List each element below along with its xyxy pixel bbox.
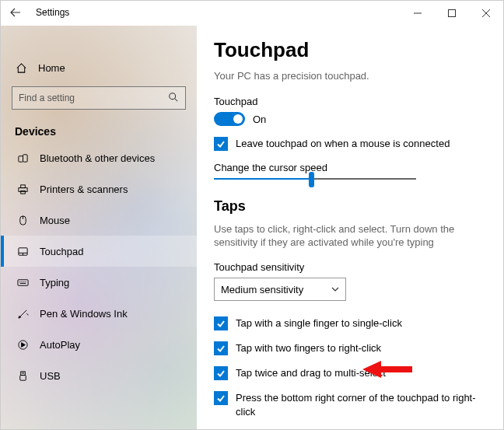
precision-subtext: Your PC has a precision touchpad. (214, 70, 486, 82)
printer-icon (16, 184, 29, 195)
sidebar-item-autoplay[interactable]: AutoPlay (1, 329, 197, 360)
search-input[interactable]: Find a setting (12, 86, 186, 110)
sidebar-item-label: Bluetooth & other devices (40, 152, 155, 164)
search-placeholder: Find a setting (19, 93, 75, 103)
sidebar-item-touchpad[interactable]: Touchpad (1, 236, 197, 267)
window-title: Settings (36, 7, 69, 18)
tap-checkbox-label: Tap with a single finger to single-click (236, 316, 402, 330)
cursor-speed-slider[interactable] (214, 178, 416, 180)
sensitivity-select[interactable]: Medium sensitivity (214, 278, 346, 301)
sidebar: Home Find a setting Devices Bluetooth & … (1, 26, 197, 429)
leave-touchpad-on-label: Leave touchpad on when a mouse is connec… (236, 137, 450, 151)
sidebar-item-typing[interactable]: Typing (1, 267, 197, 298)
tap-checkbox-label: Tap with two fingers to right-click (236, 341, 381, 355)
touchpad-toggle[interactable] (214, 112, 245, 126)
svg-rect-5 (20, 184, 25, 187)
mouse-icon (16, 215, 29, 226)
maximize-button[interactable] (435, 1, 469, 26)
close-button[interactable] (469, 1, 503, 26)
pen-icon (16, 308, 29, 320)
chevron-down-icon (331, 284, 339, 295)
search-icon (168, 92, 179, 105)
back-button[interactable] (0, 0, 31, 25)
sidebar-item-label: Printers & scanners (40, 184, 128, 195)
tap-checkbox-0[interactable] (214, 316, 228, 330)
svg-rect-11 (20, 371, 25, 375)
page-title: Touchpad (214, 38, 486, 62)
sidebar-item-pen[interactable]: Pen & Windows Ink (1, 298, 197, 329)
sidebar-item-bluetooth-devices[interactable]: Bluetooth & other devices (1, 142, 197, 173)
svg-rect-3 (23, 154, 27, 161)
sensitivity-label: Touchpad sensitivity (214, 261, 486, 273)
cursor-speed-label: Change the cursor speed (214, 162, 486, 173)
svg-rect-0 (449, 10, 456, 17)
sidebar-home[interactable]: Home (1, 54, 197, 82)
sidebar-home-label: Home (38, 62, 65, 74)
usb-icon (16, 370, 29, 382)
sidebar-item-usb[interactable]: USB (1, 360, 197, 391)
sidebar-item-label: Touchpad (40, 246, 83, 257)
sidebar-item-label: Typing (40, 277, 69, 288)
autoplay-icon (16, 339, 29, 351)
sidebar-item-label: AutoPlay (40, 339, 80, 351)
sidebar-item-mouse[interactable]: Mouse (1, 205, 197, 236)
typing-icon (16, 277, 29, 288)
sidebar-section-header: Devices (1, 117, 197, 142)
touchpad-toggle-label: Touchpad (214, 96, 486, 107)
taps-heading: Taps (214, 198, 486, 215)
bluetooth-devices-icon (16, 152, 29, 164)
main-content: Touchpad Your PC has a precision touchpa… (197, 26, 503, 429)
sidebar-item-label: Mouse (40, 215, 70, 226)
svg-rect-12 (19, 375, 26, 380)
touchpad-icon (16, 246, 29, 257)
sensitivity-value: Medium sensitivity (221, 284, 303, 295)
tap-checkbox-2[interactable] (214, 366, 228, 380)
home-icon (15, 62, 27, 74)
leave-touchpad-on-checkbox[interactable] (214, 137, 228, 151)
sidebar-item-label: USB (40, 370, 61, 382)
tap-checkbox-label: Press the bottom right corner of the tou… (236, 391, 486, 419)
minimize-button[interactable] (401, 1, 435, 26)
callout-arrow (362, 361, 412, 378)
svg-rect-2 (18, 156, 23, 162)
toggle-state-text: On (253, 114, 266, 125)
tap-checkbox-3[interactable] (214, 391, 228, 405)
svg-rect-9 (17, 279, 27, 285)
tap-checkbox-1[interactable] (214, 341, 228, 355)
sidebar-item-printer[interactable]: Printers & scanners (1, 173, 197, 205)
svg-point-1 (170, 93, 176, 99)
taps-description: Use taps to click, right-click and selec… (214, 222, 486, 249)
sidebar-item-label: Pen & Windows Ink (40, 308, 128, 320)
